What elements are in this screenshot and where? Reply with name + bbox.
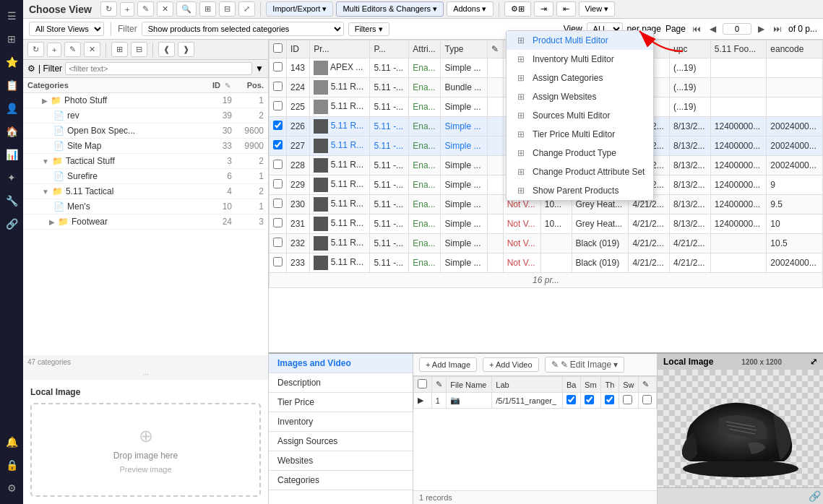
col-settings-btn[interactable]: ⚙⊞ xyxy=(504,1,531,17)
catalog-icon[interactable]: 📋 xyxy=(1,75,22,95)
find-partners-icon[interactable]: 🔗 xyxy=(1,214,22,234)
left-edit-btn[interactable]: ✎ xyxy=(64,42,81,57)
upc-header[interactable]: upc xyxy=(670,40,711,58)
view-btn[interactable]: View ▾ xyxy=(579,1,616,17)
img-th-header[interactable]: Th xyxy=(601,377,619,393)
import-export-btn[interactable]: Import/Export ▾ xyxy=(266,1,333,17)
preview-link-out-icon[interactable]: 🔗 xyxy=(809,490,821,502)
id-header[interactable]: ID xyxy=(287,40,310,58)
left-refresh-btn[interactable]: ↻ xyxy=(27,42,44,57)
dropdown-change-attribute-set[interactable]: ⊞ Change Product Attribute Set xyxy=(507,162,653,181)
tab-websites[interactable]: Websites xyxy=(269,451,413,471)
search-toolbar-btn[interactable]: 🔍 xyxy=(176,1,197,17)
paste-toolbar-btn[interactable]: ⊟ xyxy=(219,1,236,17)
img-check-header[interactable] xyxy=(414,377,432,393)
img-sw-check[interactable] xyxy=(639,393,657,409)
img-sm-check[interactable] xyxy=(601,393,619,409)
delete-toolbar-btn[interactable]: ✕ xyxy=(157,1,173,17)
img-ba-check[interactable] xyxy=(581,393,601,409)
left-icon-btn1[interactable]: ⊞ xyxy=(111,42,128,57)
add-video-btn[interactable]: + Add Video xyxy=(483,357,538,372)
cat-item-openbox[interactable]: 📄 Open Box Spec... 30 9600 xyxy=(23,123,268,139)
notification-icon[interactable]: 🔔 xyxy=(1,432,22,452)
dropdown-tier-price[interactable]: ⊞ Tier Price Multi Editor xyxy=(507,125,653,144)
menu-icon[interactable]: ☰ xyxy=(1,6,22,26)
dropdown-assign-categories[interactable]: ⊞ Assign Categories xyxy=(507,69,653,87)
cat-item-rev[interactable]: 📄 rev 39 2 xyxy=(23,108,268,123)
layout-btn1[interactable]: ⇥ xyxy=(534,1,553,17)
edit-image-btn[interactable]: ✎ ✎ Edit Image ▾ xyxy=(545,357,625,373)
filter-down-icon[interactable]: ▼ xyxy=(255,64,264,74)
page-last-btn[interactable]: ⏭ xyxy=(771,23,784,35)
img-action-header[interactable]: ✎ xyxy=(639,377,657,393)
resize-handle[interactable]: ··· xyxy=(23,369,268,380)
tab-assign-sources[interactable]: Assign Sources xyxy=(269,432,413,451)
filter-category-select[interactable]: Show products from selected categories xyxy=(142,22,344,36)
dropdown-sources-multi-editor[interactable]: ⊞ Sources Multi Editor xyxy=(507,106,653,125)
page-prev-btn[interactable]: ◀ xyxy=(707,23,718,35)
category-filter-input[interactable] xyxy=(65,62,252,75)
cat-item-photo-stuff[interactable]: ▶ 📁 Photo Stuff 19 1 xyxy=(23,93,268,108)
cat-item-mens[interactable]: 📄 Men's 10 1 xyxy=(23,199,268,214)
filters-btn[interactable]: Filters ▾ xyxy=(348,22,389,36)
table-row[interactable]: 232 5.11 R... 5.11 -... Ena... Simple ..… xyxy=(270,234,823,253)
store-select[interactable]: All Store Views xyxy=(29,22,104,36)
preview-expand-icon[interactable]: ⤢ xyxy=(810,357,817,367)
p-header[interactable]: P... xyxy=(370,40,409,58)
dropdown-assign-websites[interactable]: ⊞ Assign Websites xyxy=(507,87,653,106)
tab-inventory[interactable]: Inventory xyxy=(269,412,413,432)
dropdown-inventory-multi-editor[interactable]: ⊞ Inventory Multi Editor xyxy=(507,50,653,69)
left-del-btn[interactable]: ✕ xyxy=(84,42,100,57)
left-icon-btn2[interactable]: ⊟ xyxy=(131,42,147,57)
table-row[interactable]: 233 5.11 R... 5.11 -... Ena... Simple ..… xyxy=(270,253,823,273)
img-edit-header[interactable]: ✎ xyxy=(431,377,447,393)
multi-editors-btn[interactable]: Multi Editors & Changers ▾ xyxy=(336,1,444,17)
img-sm-header[interactable]: Sm xyxy=(581,377,601,393)
copy-toolbar-btn[interactable]: ⊞ xyxy=(199,1,216,17)
page-first-btn[interactable]: ⏮ xyxy=(690,23,703,35)
left-move-btn1[interactable]: ❰ xyxy=(158,42,175,57)
dropdown-change-product-type[interactable]: ⊞ Change Product Type xyxy=(507,144,653,162)
edit-image-dropdown-icon[interactable]: ▾ xyxy=(613,360,618,370)
table-row[interactable]: 231 5.11 R... 5.11 -... Ena... Simple ..… xyxy=(270,214,823,234)
left-move-btn2[interactable]: ❱ xyxy=(178,42,194,57)
tab-images-and-video[interactable]: Images and Video xyxy=(269,354,413,373)
expand-toolbar-btn[interactable]: ⤢ xyxy=(238,1,255,17)
ean-header[interactable]: eancode xyxy=(767,40,823,58)
left-add-btn[interactable]: + xyxy=(47,43,61,57)
attr-header[interactable]: Attri... xyxy=(409,40,441,58)
cat-toggle-photo[interactable]: ▶ xyxy=(42,97,48,105)
select-all-header[interactable] xyxy=(270,40,287,58)
row-check[interactable] xyxy=(270,58,287,78)
addons-btn[interactable]: Addons ▾ xyxy=(447,1,493,17)
customers-icon[interactable]: 👤 xyxy=(1,98,22,118)
img-row-toggle[interactable]: ▶ xyxy=(414,393,432,409)
type-header[interactable]: Type xyxy=(441,40,487,58)
tab-description[interactable]: Description xyxy=(269,373,413,393)
cat-item-tactical[interactable]: ▼ 📁 Tactical Stuff 3 2 xyxy=(23,154,268,169)
cat-toggle-footwear[interactable]: ▶ xyxy=(49,218,55,226)
tab-categories[interactable]: Categories xyxy=(269,471,413,490)
reports-icon[interactable]: 📊 xyxy=(1,144,22,165)
settings-icon[interactable]: ⚙ xyxy=(1,478,22,498)
page-input[interactable] xyxy=(723,23,751,35)
cat-item-footwear[interactable]: ▶ 📁 Footwear 24 3 xyxy=(23,214,268,230)
img-th-check[interactable] xyxy=(619,393,639,409)
sales-icon[interactable]: ⭐ xyxy=(1,52,22,72)
layout-btn2[interactable]: ⇤ xyxy=(556,1,576,17)
cat-item-sitemap[interactable]: 📄 Site Map 33 9900 xyxy=(23,139,268,154)
img-lab-check[interactable] xyxy=(562,393,580,409)
cat-item-511[interactable]: ▼ 📁 5.11 Tactical 4 2 xyxy=(23,184,268,199)
cat-item-surefire[interactable]: 📄 Surefire 6 1 xyxy=(23,169,268,184)
img-ba-header[interactable]: Ba xyxy=(562,377,580,393)
img-sw-header[interactable]: Sw xyxy=(619,377,639,393)
img-lab-header[interactable]: Lab xyxy=(492,377,563,393)
edit-toolbar-btn[interactable]: ✎ xyxy=(137,1,154,17)
marketing-icon[interactable]: 🏠 xyxy=(1,121,22,142)
dropdown-show-parent-products[interactable]: ⊞ Show Parent Products xyxy=(507,181,653,200)
img-filename-header[interactable]: File Name xyxy=(447,377,492,393)
row-check[interactable] xyxy=(270,78,287,97)
dashboard-icon[interactable]: ⊞ xyxy=(1,29,22,49)
dropdown-product-multi-editor[interactable]: ⊞ Product Multi Editor xyxy=(507,31,653,50)
stores-icon[interactable]: ✦ xyxy=(1,168,22,188)
